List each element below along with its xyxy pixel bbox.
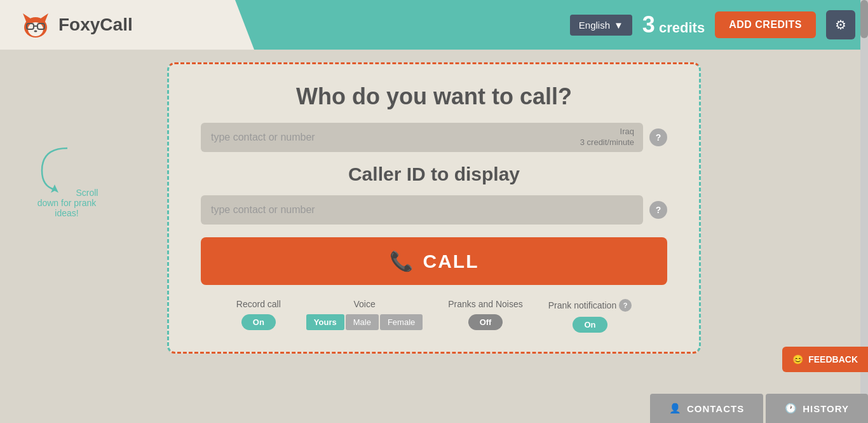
language-label: English [579, 20, 610, 31]
call-input-row: Iraq 3 credit/minute ? [201, 123, 667, 152]
record-call-toggle[interactable]: On [241, 314, 276, 330]
scrollbar-thumb[interactable] [860, 0, 868, 38]
prank-notification-group: Prank notification ? On [548, 299, 632, 333]
call-button-label: CALL [423, 251, 479, 272]
phone-icon: 📞 [390, 250, 414, 272]
voice-group: Voice Yours Male Female [306, 299, 423, 330]
history-icon: 🕐 [785, 403, 797, 414]
scroll-down-arrow-icon [36, 145, 74, 196]
call-input-help-button[interactable]: ? [649, 128, 667, 146]
voice-yours-button[interactable]: Yours [306, 314, 344, 330]
caller-id-title: Caller ID to display [201, 163, 667, 185]
pranks-label: Pranks and Noises [448, 299, 523, 309]
options-row: Record call On Voice Yours Male Female P… [201, 299, 667, 333]
add-credits-button[interactable]: ADD CREDITS [715, 11, 816, 38]
prank-notification-toggle[interactable]: On [573, 317, 607, 333]
prank-notification-help-button[interactable]: ? [619, 299, 632, 312]
voice-selector: Yours Male Female [306, 314, 423, 330]
language-selector[interactable]: English ▼ [570, 15, 632, 36]
main-area: Scroll down for prank ideas! Who do you … [0, 50, 868, 360]
caller-id-help-button[interactable]: ? [649, 201, 667, 219]
feedback-label: FEEDBACK [808, 354, 858, 364]
call-button[interactable]: 📞 CALL [201, 237, 667, 285]
prank-notification-label: Prank notification ? [548, 299, 632, 312]
fox-logo-icon [19, 8, 52, 41]
credits-display: 3 credits [642, 11, 705, 38]
voice-male-button[interactable]: Male [346, 314, 379, 330]
svg-point-7 [34, 31, 37, 32]
gear-icon: ⚙ [835, 17, 846, 32]
voice-female-button[interactable]: Female [380, 314, 423, 330]
credits-label: credits [659, 20, 705, 36]
settings-button[interactable]: ⚙ [826, 10, 855, 39]
history-button[interactable]: 🕐 HISTORY [766, 394, 868, 423]
footer-bar: 👤 CONTACTS 🕐 HISTORY [0, 394, 868, 423]
record-call-group: Record call On [236, 299, 281, 330]
history-label: HISTORY [803, 403, 849, 414]
pranks-toggle[interactable]: Off [468, 314, 503, 330]
record-call-label: Record call [236, 299, 281, 309]
voice-label: Voice [353, 299, 375, 309]
call-input[interactable] [201, 123, 643, 152]
credits-count: 3 [642, 11, 655, 38]
caller-id-input-row: ? [201, 195, 667, 225]
logo-area: FoxyCall [0, 0, 254, 50]
header: FoxyCall English ▼ 3 credits ADD CREDITS… [0, 0, 868, 50]
feedback-icon: 😊 [792, 354, 803, 364]
caller-id-input[interactable] [201, 195, 643, 225]
feedback-button[interactable]: 😊 FEEDBACK [782, 347, 868, 372]
left-hint: Scroll down for prank ideas! [25, 145, 108, 218]
contacts-icon: 👤 [669, 403, 682, 414]
chevron-down-icon: ▼ [614, 20, 623, 31]
main-card: Who do you want to call? Iraq 3 credit/m… [167, 62, 701, 354]
card-title: Who do you want to call? [201, 83, 667, 110]
header-right: English ▼ 3 credits ADD CREDITS ⚙ [570, 10, 868, 39]
pranks-group: Pranks and Noises Off [448, 299, 523, 330]
contacts-button[interactable]: 👤 CONTACTS [650, 394, 763, 423]
caller-id-input-wrapper [201, 195, 643, 225]
call-input-wrapper: Iraq 3 credit/minute [201, 123, 643, 152]
logo-text: FoxyCall [58, 15, 133, 35]
contacts-label: CONTACTS [687, 403, 744, 414]
